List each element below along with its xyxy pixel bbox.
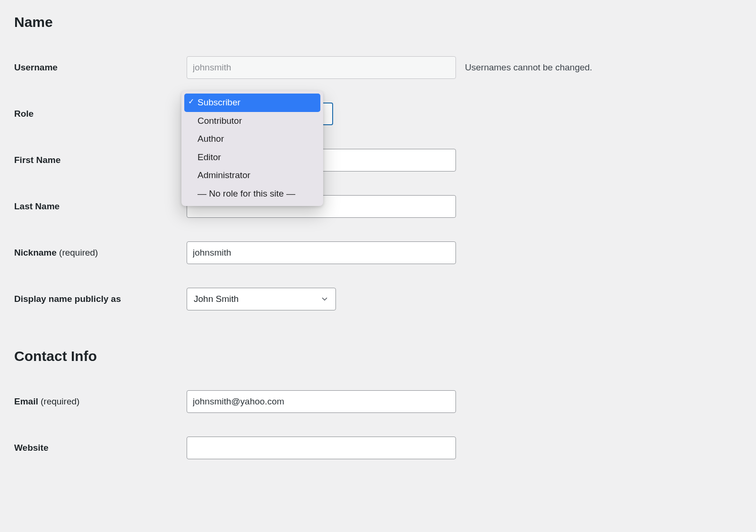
section-heading-name: Name: [14, 14, 742, 30]
display-name-select[interactable]: John Smith: [187, 288, 336, 310]
role-option-subscriber[interactable]: Subscriber: [184, 94, 320, 112]
role-option-editor[interactable]: Editor: [184, 148, 320, 167]
nickname-input[interactable]: [187, 241, 456, 264]
chevron-down-icon: [320, 295, 329, 303]
website-input[interactable]: [187, 437, 456, 459]
role-option-author[interactable]: Author: [184, 130, 320, 148]
label-username: Username: [14, 44, 187, 91]
display-name-select-value: John Smith: [194, 294, 239, 304]
label-website: Website: [14, 425, 187, 471]
label-email: Email (required): [14, 378, 187, 425]
role-option-none[interactable]: — No role for this site —: [184, 185, 320, 203]
role-option-administrator[interactable]: Administrator: [184, 166, 320, 185]
label-role: Role: [14, 91, 187, 137]
role-dropdown[interactable]: Subscriber Contributor Author Editor Adm…: [181, 91, 323, 206]
label-first-name: First Name: [14, 137, 187, 183]
role-option-contributor[interactable]: Contributor: [184, 112, 320, 130]
label-last-name: Last Name: [14, 183, 187, 230]
label-display-name: Display name publicly as: [14, 276, 187, 322]
email-input[interactable]: [187, 390, 456, 413]
username-input: [187, 56, 456, 79]
section-heading-contact: Contact Info: [14, 348, 742, 364]
username-hint: Usernames cannot be changed.: [465, 62, 592, 73]
label-nickname: Nickname (required): [14, 230, 187, 276]
